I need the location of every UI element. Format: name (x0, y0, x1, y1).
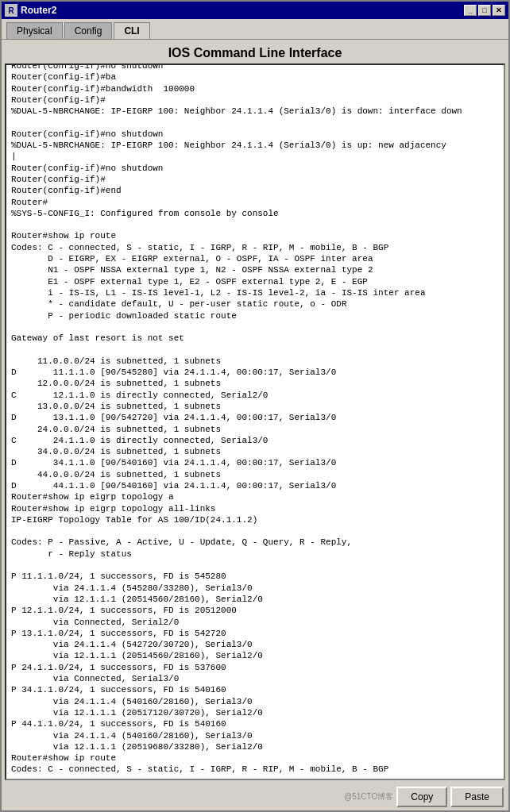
section-title: IOS Command Line Interface (2, 40, 508, 63)
window-controls: _ □ ✕ (464, 5, 505, 16)
tab-config[interactable]: Config (64, 22, 113, 39)
window-icon: R (5, 4, 17, 17)
watermark: @51CTO博客 (344, 791, 393, 802)
tab-physical[interactable]: Physical (6, 22, 63, 39)
title-bar: R Router2 _ □ ✕ (2, 2, 508, 19)
main-area: IOS Command Line Interface Router(config… (2, 39, 508, 810)
maximize-button[interactable]: □ (478, 5, 491, 16)
tab-bar: Physical Config CLI (2, 19, 508, 39)
tab-cli[interactable]: CLI (114, 22, 149, 39)
copy-button[interactable]: Copy (396, 787, 447, 807)
close-button[interactable]: ✕ (493, 5, 505, 16)
cli-output: Router(config-if)#no shutdown Router(con… (6, 63, 504, 779)
minimize-button[interactable]: _ (464, 5, 477, 16)
bottom-bar: @51CTO博客 Copy Paste (2, 783, 508, 810)
window-title: Router2 (21, 5, 464, 16)
main-window: R Router2 _ □ ✕ Physical Config CLI IOS … (0, 0, 510, 812)
cli-terminal[interactable]: Router(config-if)#no shutdown Router(con… (5, 63, 505, 780)
paste-button[interactable]: Paste (450, 787, 504, 807)
